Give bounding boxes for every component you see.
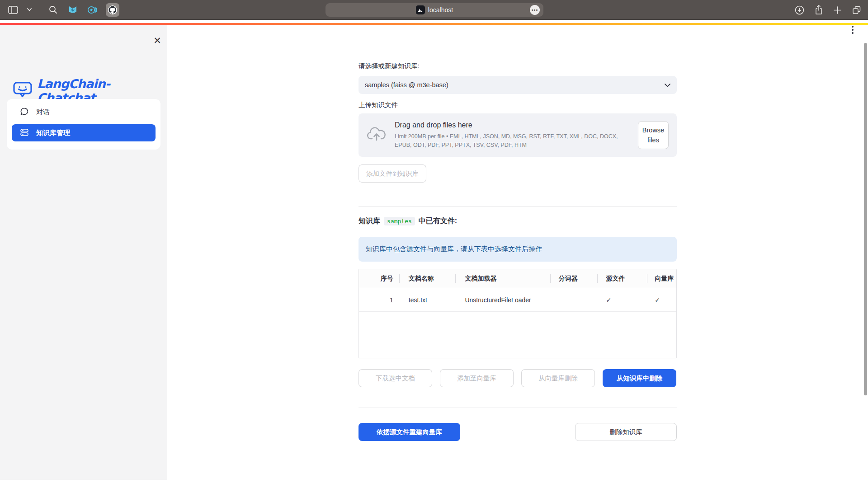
kb-table-body: 1test.txtUnstructuredFileLoader✓✓ xyxy=(359,288,676,312)
cat-extension-icon[interactable] xyxy=(66,3,80,17)
dropzone-limit-text: Limit 200MB per file • EML, HTML, JSON, … xyxy=(395,132,630,149)
table-cell: ✓ xyxy=(598,288,647,311)
table-cell: test.txt xyxy=(400,288,456,311)
bottom-actions: 依据源文件重建向量库 删除知识库 xyxy=(359,423,677,441)
vertical-scrollbar[interactable] xyxy=(864,43,867,395)
sidebar-item-label: 对话 xyxy=(36,108,50,117)
table-cell: 1 xyxy=(359,288,400,311)
file-dropzone[interactable]: Drag and drop files here Limit 200MB per… xyxy=(359,113,677,157)
app-menu-icon[interactable] xyxy=(852,26,854,34)
sidebar-toggle-icon[interactable] xyxy=(6,3,20,17)
kb-files-table: 序号文档名称文档加载器分词器源文件向量库 1test.txtUnstructur… xyxy=(359,269,677,358)
rebuild-vector-store-button[interactable]: 依据源文件重建向量库 xyxy=(359,423,460,441)
download-icon[interactable] xyxy=(795,5,804,15)
address-url: localhost xyxy=(428,6,453,14)
database-stack-icon xyxy=(20,128,29,138)
delete-from-kb-button[interactable]: 从知识库中删除 xyxy=(603,369,676,387)
table-header-cell: 文档加载器 xyxy=(456,269,550,288)
delete-kb-button[interactable]: 删除知识库 xyxy=(575,423,677,441)
delete-from-vector-store-button[interactable]: 从向量库删除 xyxy=(521,369,595,387)
github-extension-icon[interactable] xyxy=(106,3,119,17)
rings-extension-icon[interactable] xyxy=(86,3,99,17)
kb-table-header-row: 序号文档名称文档加载器分词器源文件向量库 xyxy=(359,269,676,288)
table-header-cell: 向量库 xyxy=(647,269,676,288)
table-row[interactable]: 1test.txtUnstructuredFileLoader✓✓ xyxy=(359,288,676,312)
browse-files-button[interactable]: Browse files xyxy=(638,121,669,149)
dropzone-title: Drag and drop files here xyxy=(395,121,630,129)
table-header-cell: 文档名称 xyxy=(400,269,456,288)
sidebar-item-dialogue[interactable]: 对话 xyxy=(12,103,156,121)
sidebar: ✕ LangChain-Chatchat 对 xyxy=(0,25,167,488)
add-files-to-kb-button[interactable]: 添加文件到知识库 xyxy=(359,164,426,183)
kb-files-heading: 知识库 samples 中已有文件: xyxy=(359,216,677,226)
upload-label: 上传知识文件 xyxy=(359,101,677,109)
chevron-down-icon xyxy=(665,81,670,89)
address-bar[interactable]: localhost ••• xyxy=(326,3,543,17)
app-page: ✕ LangChain-Chatchat 对 xyxy=(0,20,868,488)
chat-bubble-icon xyxy=(20,107,29,117)
new-tab-icon[interactable] xyxy=(833,6,842,14)
search-icon[interactable] xyxy=(46,3,60,17)
sidebar-item-kb-management[interactable]: 知识库管理 xyxy=(12,124,156,141)
sidebar-item-label: 知识库管理 xyxy=(36,129,70,137)
info-banner: 知识库中包含源文件与向量库，请从下表中选择文件后操作 xyxy=(359,237,677,262)
kb-select-value: samples (faiss @ m3e-base) xyxy=(365,81,448,89)
divider xyxy=(359,408,677,408)
main-content: 请选择或新建知识库: samples (faiss @ m3e-base) 上传… xyxy=(359,20,677,488)
download-selected-docs-button[interactable]: 下载选中文档 xyxy=(359,369,432,387)
table-header-cell: 序号 xyxy=(359,269,400,288)
sidebar-nav: 对话 知识库管理 xyxy=(7,99,160,150)
table-cell xyxy=(551,288,598,311)
logo-chat-icon xyxy=(13,81,33,101)
sidebar-close-icon[interactable]: ✕ xyxy=(151,34,164,47)
chevron-down-icon[interactable] xyxy=(26,3,33,17)
browser-toolbar: localhost ••• xyxy=(0,0,868,20)
sidebar-footer xyxy=(0,480,167,488)
address-more-icon[interactable]: ••• xyxy=(530,5,540,15)
kb-select-label: 请选择或新建知识库: xyxy=(359,62,677,70)
kb-select[interactable]: samples (faiss @ m3e-base) xyxy=(359,76,677,94)
table-cell: ✓ xyxy=(647,288,676,311)
row-actions: 下载选中文档添加至向量库从向量库删除从知识库中删除 xyxy=(359,369,677,387)
table-cell: UnstructuredFileLoader xyxy=(456,288,550,311)
table-header-cell: 源文件 xyxy=(598,269,647,288)
cloud-upload-icon xyxy=(367,127,387,144)
heading-suffix: 中已有文件: xyxy=(419,216,457,226)
share-icon[interactable] xyxy=(814,5,823,15)
heading-prefix: 知识库 xyxy=(359,216,380,226)
kb-name-code: samples xyxy=(384,217,415,225)
tab-overview-icon[interactable] xyxy=(852,5,862,15)
add-to-vector-store-button[interactable]: 添加至向量库 xyxy=(440,369,514,387)
divider xyxy=(359,206,677,207)
site-favicon xyxy=(416,5,425,14)
table-header-cell: 分词器 xyxy=(551,269,598,288)
